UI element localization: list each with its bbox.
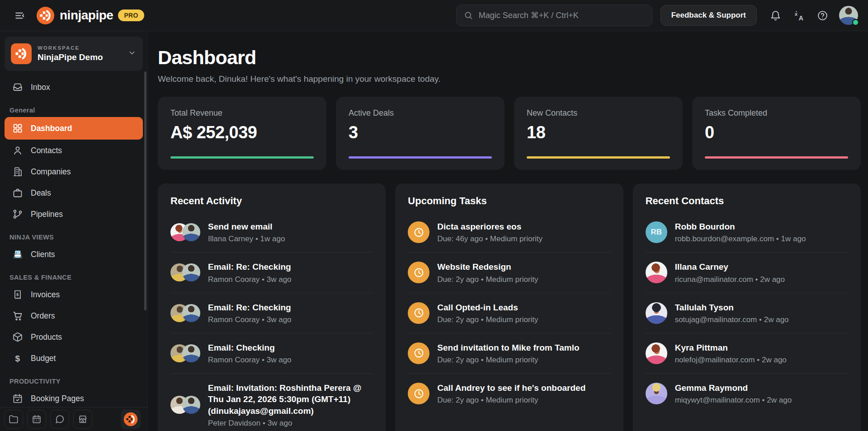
page-title: Dashboard [158,47,861,69]
search-icon [464,11,473,20]
inbox-icon [12,82,23,93]
section-label-general: General [9,107,147,114]
pipelines-icon [12,209,23,220]
workspace-selector[interactable]: WORKSPACE NinjaPipe Demo [5,37,143,71]
svg-text:x: x [794,11,797,17]
files-button[interactable] [4,410,23,429]
stat-value: 18 [527,123,670,142]
activity-item[interactable]: Email: Invitation: Roshintha Perera @ Th… [170,373,373,431]
avatar-pair [170,396,200,414]
invoices-icon: $ [12,289,23,300]
activity-meta: Ramon Cooray • 3w ago [208,356,292,365]
activity-meta: Ramon Cooray • 3w ago [208,275,292,284]
search-box[interactable] [456,5,652,26]
search-input[interactable] [478,10,645,21]
user-avatar[interactable] [839,6,858,25]
card-title: Recent Contacts [646,195,848,207]
sidebar-item-label: Products [31,333,62,342]
sidebar-item-products[interactable]: Products [5,327,143,347]
task-title: Website Redesign [437,261,538,272]
sidebar-scrollbar[interactable] [144,71,146,310]
activity-meta: Ramon Cooray • 3w ago [208,315,292,324]
contact-name: Gemma Raymond [675,382,792,394]
sidebar-item-label: Inbox [31,83,50,92]
ninjapipe-home-button[interactable] [121,409,141,429]
sidebar-item-label: Orders [31,311,55,321]
sidebar-item-pipelines[interactable]: Pipelines [5,204,143,225]
avatar [646,262,667,283]
task-item[interactable]: Call Opted-in LeadsDue: 2y ago • Medium … [408,293,610,333]
contact-name: Illana Carney [675,261,785,272]
stat-card-new-contacts[interactable]: New Contacts 18 [514,97,683,170]
sidebar-item-orders[interactable]: Orders [5,305,143,326]
contact-item[interactable]: Tallulah Tysonsotujag@mailinator.com • 2… [646,293,848,333]
sidebar-item-invoices[interactable]: $ Invoices [5,284,143,305]
contact-meta: robb.bourdon@example.com • 1w ago [675,234,806,244]
stat-value: A$ 252,039 [170,123,314,142]
activity-item[interactable]: Email: Re: CheckingRamon Cooray • 3w ago [170,252,373,292]
store-icon [78,414,88,424]
avatar-pair [170,223,200,241]
sidebar-item-deals[interactable]: Deals [5,183,143,203]
stat-card-active-deals[interactable]: Active Deals 3 [336,97,505,170]
avatar [646,383,667,404]
chat-icon [55,414,65,424]
sidebar-item-budget[interactable]: $ Budget [5,348,143,369]
stat-label: Tasks Completed [705,108,848,118]
stat-label: Total Revenue [170,108,314,118]
task-meta: Due: 2y ago • Medium priority [437,315,538,324]
sidebar-item-booking-pages[interactable]: Booking Pages [5,388,143,407]
section-label-ninja-views: NINJA VIEWS [9,234,147,241]
sidebar-item-label: Companies [31,167,71,177]
task-item[interactable]: Website RedesignDue: 2y ago • Medium pri… [408,252,610,292]
sidebar-collapse-button[interactable] [10,6,29,25]
stat-value: 0 [705,123,848,142]
store-button[interactable] [73,410,92,429]
brand[interactable]: ninjapipe PRO [36,6,144,25]
task-title: Call Opted-in Leads [437,302,538,313]
sidebar-item-dashboard[interactable]: Dashboard [5,117,143,140]
stat-card-total-revenue[interactable]: Total Revenue A$ 252,039 [158,97,326,170]
task-meta: Due: 2y ago • Medium priority [437,275,538,284]
sidebar-item-companies[interactable]: Companies [5,161,143,182]
sidebar-item-inbox[interactable]: Inbox [5,77,143,98]
deals-icon [12,187,23,198]
notifications-button[interactable] [766,6,785,25]
task-item[interactable]: Dicta asperiores eosDue: 46y ago • Mediu… [408,212,610,252]
chat-button[interactable] [50,410,69,429]
activity-item[interactable]: Send new emailIllana Carney • 1w ago [170,212,373,252]
sidebar-item-label: Clients [31,250,55,259]
contact-item[interactable]: RB Robb Bourdonrobb.bourdon@example.com … [646,212,848,252]
stat-label: New Contacts [527,108,670,118]
task-item[interactable]: Send invitation to Mike from TamloDue: 2… [408,333,610,373]
task-item[interactable]: Call Andrey to see if he's onboardedDue:… [408,373,610,413]
svg-text:A: A [798,14,803,21]
workspace-label: WORKSPACE [38,45,103,51]
activity-item[interactable]: Email: CheckingRamon Cooray • 3w ago [170,333,373,373]
task-title: Dicta asperiores eos [437,221,542,232]
activity-title: Email: Re: Checking [208,302,292,313]
translate-button[interactable]: xA [789,6,808,25]
sidebar-item-clients[interactable]: 📇 Clients [5,244,143,265]
svg-text:$: $ [16,292,19,297]
activity-title: Email: Invitation: Roshintha Perera @ Th… [208,382,373,417]
contact-item[interactable]: Kyra Pittmannolefoj@mailinator.com • 2w … [646,333,848,373]
avatar [646,342,667,364]
feedback-support-button[interactable]: Feedback & Support [660,5,757,26]
workspace-logo-icon [11,43,32,64]
avatar [182,263,200,281]
main-content: Dashboard Welcome back, Dinuka! Here's w… [148,31,868,431]
clients-emoji-icon: 📇 [12,250,23,259]
companies-icon [12,166,23,177]
activity-item[interactable]: Email: Re: CheckingRamon Cooray • 3w ago [170,293,373,333]
help-icon [817,10,828,21]
sidebar-item-contacts[interactable]: Contacts [5,140,143,161]
help-button[interactable] [813,6,832,25]
calendar-button[interactable] [27,410,46,429]
sidebar-item-label: Dashboard [31,124,72,133]
avatar [182,344,200,362]
contact-item[interactable]: Illana Carneyricuna@mailinator.com • 2w … [646,252,848,292]
section-label-productivity: PRODUCTIVITY [9,378,147,385]
contact-item[interactable]: Gemma Raymondmiqywyt@mailinator.com • 2w… [646,373,848,413]
stat-card-tasks-completed[interactable]: Tasks Completed 0 [692,97,861,170]
